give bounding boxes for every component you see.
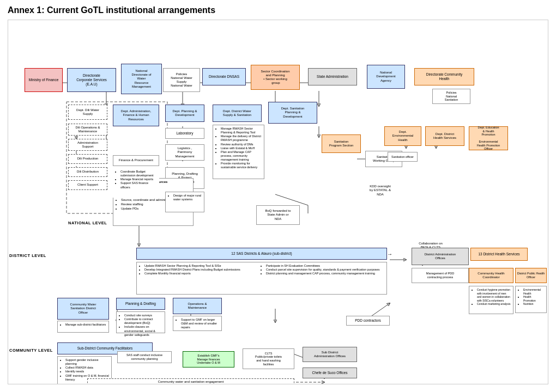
dept-dili-water-box: Dept. Dili WaterSupply: [68, 105, 107, 120]
dept-env-health-box: Dept.EnvironmentalHealth: [384, 126, 421, 146]
state-admin-box: State Administration: [308, 68, 357, 85]
dist-pub-health-box: District Public HealthOfficer: [515, 268, 547, 283]
nat-water-box: NationalDirectorate ofWaterResourceManag…: [121, 64, 162, 94]
national-level-label: NATIONAL LEVEL: [68, 220, 107, 225]
finance-proc-box: Finance & Procurement: [113, 155, 159, 166]
coord-budget-box: Coordinate Budget submission development…: [113, 168, 159, 198]
district-admin-box: District AdministrationOffices: [412, 248, 469, 265]
dili-ops-box: Dili Operations &Maintenance: [68, 124, 107, 136]
clts-box: CLTSPublic/private toiletsand hand washi…: [243, 348, 294, 369]
community-level-label: COMMUNITY LEVEL: [9, 348, 53, 353]
district-level-label: DISTRICT LEVEL: [9, 253, 46, 258]
chefe-suco-box: Chefe de Suco Offices: [303, 367, 357, 378]
comm-health-coord-box: Community HealthCoordinator: [469, 268, 513, 283]
planning-draft-dist-box: Planning & Drafting: [116, 298, 165, 310]
design-bullets: Design of major rural water systems: [165, 192, 204, 212]
community-water-box: Community water and sanitation engagemen…: [87, 378, 294, 384]
svg-line-18: [275, 194, 308, 205]
corp-services-box: DirectorateCorporate Services(E.A.U): [67, 68, 116, 92]
dnsas-box: Directorate DNSAS: [202, 68, 246, 85]
establish-gmf-box: Establish GMF'sManage financesUndertake …: [183, 351, 234, 367]
kdd-box: KDD oversightby ESTATAL &NDA: [357, 181, 403, 200]
thirteen-dist-box: 13 District Health Services: [470, 248, 528, 261]
comm-health-bullets: Conduct hygiene promotion with involveme…: [469, 286, 513, 314]
cwso-box: Community WaterSanitation DistrictOffice…: [57, 298, 109, 320]
page: Annex 1: Current GoTL institutional arra…: [0, 0, 556, 390]
laboratory-box: Laboratory: [165, 128, 204, 139]
twelve-sas-box: 12 SAS Districts & Atauro (sub-district): [136, 248, 387, 260]
env-health-bullets: Environmental Health Health Promotion Nu…: [515, 286, 547, 313]
arrow-right: →: [387, 251, 392, 257]
sas-staff-box: SAS staff conduct inclusivecommunity pla…: [117, 351, 172, 363]
mgmt-pdd-box: Management of PDDcontracting process: [412, 268, 469, 283]
dept-planning-box: Dept. Planning &Development: [165, 105, 204, 122]
ops-maint-box: Operations &Maintenance: [173, 298, 222, 314]
boq-box: BoQ forwarded toState Admin orNDA: [256, 205, 300, 225]
dist-water-bullets: Manage RWASH Sector Planning & Reporting…: [213, 125, 264, 179]
dept-edu-health-box: Dept. Education& HealthPromotionEnvironm…: [469, 126, 508, 150]
policies-box: PoliciesNational WaterSupplyNational Wat…: [163, 68, 200, 92]
twelve-sas-bullets: Update RWASH Sector Planning & Reporting…: [136, 262, 387, 295]
dept-district-health-box: Dept. DistrictHealth Services: [425, 126, 464, 146]
sector-coord-box: Sector Coordinationand Planning• Sector …: [251, 65, 300, 90]
page-title: Annex 1: Current GoTL institutional arra…: [8, 5, 548, 15]
admin-support-box: AdministrationSupport: [68, 139, 107, 151]
nat-dev-box: NationalDevelopmentAgency: [367, 65, 405, 89]
ops-maint-bullets: Support to GMF on larger O&M and review …: [173, 316, 222, 331]
sanit-prog-box: SanitationProgram Section: [322, 134, 361, 153]
dir-comm-health-box: Directorate CommunityHealth: [414, 68, 474, 85]
pdd-contractors-box: PDD contractors: [346, 316, 390, 326]
planning-draft-dist-bullets: Conduct site surveys Contribute to contr…: [116, 311, 165, 333]
dili-distribution-box: Dili Distribution: [68, 167, 107, 177]
logistics-box: Logistics ,PatrimonyManagement: [165, 144, 204, 161]
dept-admin-fin-box: Dept. Administration,Finance & HumanReso…: [113, 105, 159, 126]
ministry-finance-box: Ministry of Finance: [25, 68, 63, 92]
dept-sanitation-box: Dept. SanitationPlanning &Development: [268, 102, 317, 124]
subdistrict-admin-box: Sub DistrictAdministration Offices: [303, 347, 357, 362]
cwso-bullets: Manage sub-district facilitators: [57, 321, 109, 333]
sanit-officer-box: Sanitation officer: [388, 152, 418, 162]
dept-district-water-box: Dept. District WaterSupply & Sanitation: [213, 105, 262, 122]
policies-nat-san-box: PoliciesNationalSanitation: [432, 89, 470, 104]
client-support-box: Client Support: [68, 180, 107, 190]
dili-production-box: Dili Production: [68, 154, 107, 164]
diagram: Ministry of Finance DirectorateCorporate…: [8, 20, 548, 384]
